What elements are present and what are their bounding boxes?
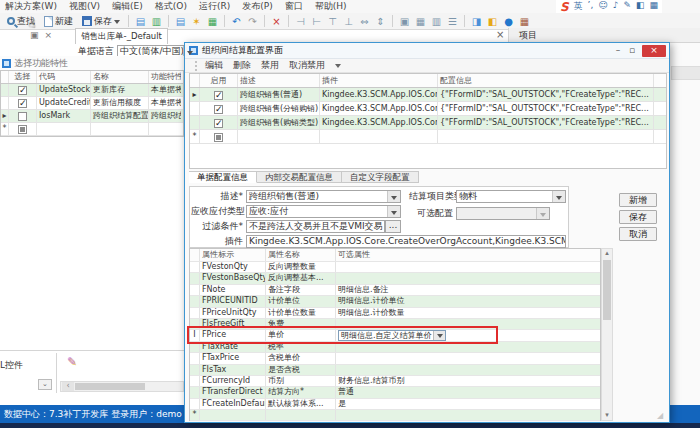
dialog-tab[interactable]: 单据配置信息 (189, 171, 257, 183)
menu-item[interactable]: 窗口 (285, 0, 303, 13)
list-view-icon[interactable]: ▥ (430, 15, 443, 28)
filter-input[interactable]: 不是跨法人交易并且不是VMI交易 (246, 220, 385, 233)
view-designer-icon[interactable]: ▤ (134, 15, 147, 28)
prop-optional-cell[interactable]: 普通 (338, 387, 354, 396)
menu-item[interactable]: 发布(P) (242, 0, 272, 13)
dialog-menu-item[interactable]: 禁用 (261, 59, 279, 72)
document-well-close-icon[interactable]: × (496, 29, 504, 40)
feature-table-row[interactable]: * (1, 123, 183, 136)
prop-optional-cell[interactable]: 明细信息.计价数量 (338, 308, 405, 317)
property-row[interactable]: * (190, 410, 600, 421)
dialog-side-button[interactable]: 取消 (619, 227, 657, 241)
layout-grid-icon[interactable]: ▦ (414, 15, 427, 28)
vertical-scrollbar[interactable]: ▴ ▾ (601, 248, 613, 421)
same-width-icon[interactable]: ⇔ (358, 15, 371, 28)
enabled-checkbox[interactable] (214, 133, 223, 142)
menu-item[interactable]: 帮助(H) (315, 0, 347, 13)
toolbox-dropdown-icon[interactable]: ⌄ (38, 379, 52, 390)
property-row[interactable]: FCreateInDefault 默认核算体系... 是 (190, 399, 600, 410)
scroll-up-icon[interactable]: ▴ (603, 249, 611, 258)
settle-type-select[interactable]: 物料 (456, 190, 566, 203)
menu-overflow-chevron-icon[interactable] (335, 64, 341, 71)
dialog-menu-item[interactable]: 删除 (233, 59, 251, 72)
align-left-icon[interactable]: ⊣ (294, 15, 307, 28)
ime-lang-icon[interactable]: 英 (574, 0, 583, 13)
align-top-icon[interactable]: ⊤ (326, 15, 339, 28)
scroll-down-icon[interactable]: ▾ (603, 411, 611, 420)
row-checkbox[interactable] (18, 99, 27, 108)
property-row[interactable]: FNote 备注字段 明细信息.备注 (190, 285, 600, 296)
prop-optional-cell[interactable]: 明细信息.计价单位 (338, 296, 405, 305)
property-row[interactable]: FTaxPrice 含税单价 (190, 353, 600, 364)
menu-item[interactable]: 解决方案(W) (5, 0, 57, 13)
save-button[interactable]: 保存 (79, 14, 123, 29)
col-header-feature[interactable]: 功能特性 (149, 71, 181, 83)
ime-handwriting-icon[interactable]: ✎ (623, 0, 631, 13)
property-row[interactable]: FVestonQty 反向调整数量 (190, 262, 600, 273)
col-header-prop-optional[interactable]: 可选属性 (336, 249, 600, 261)
minimize-button[interactable]: – (611, 45, 625, 57)
col-header-prop-name[interactable]: 属性名称 (266, 249, 336, 261)
feature-table-row[interactable]: ▸ IosMark 跨组织结算配置 跨组织结 (1, 110, 183, 123)
scrollbar-thumb[interactable] (75, 383, 145, 390)
scrollbar-thumb[interactable] (603, 260, 611, 320)
undo-icon[interactable]: ↶ (230, 15, 243, 28)
scroll-left-icon[interactable]: ‹ (62, 382, 74, 391)
new-button[interactable]: 新建 (41, 14, 76, 29)
rows-icon[interactable]: ☰ (446, 15, 459, 28)
ime-voice-icon[interactable]: ♪ (613, 0, 619, 13)
row-checkbox[interactable] (18, 112, 27, 121)
menu-item[interactable]: 格式(O) (155, 0, 187, 13)
property-row[interactable]: FPriceUnitQty 计价单位数量 明细信息.计价数量 (190, 308, 600, 319)
build-icon[interactable]: ✶ (190, 15, 203, 28)
send-to-back-icon[interactable]: ◧ (486, 15, 499, 28)
align-bottom-icon[interactable]: ⊥ (342, 15, 355, 28)
document-tab[interactable]: 销售出库单-_Default (75, 28, 168, 44)
col-header-plugin[interactable]: 插件 (320, 74, 438, 87)
pencil-icon[interactable]: ✎ (67, 355, 76, 368)
dialog-menu-item[interactable]: 取消禁用 (289, 59, 325, 72)
same-height-icon[interactable]: ⇕ (374, 15, 387, 28)
config-grid-row[interactable]: 跨组织销售(购销类型) Kingdee.K3.SCM.App.IOS.Core.… (190, 116, 666, 130)
dialog-menu-item[interactable]: 编辑 (205, 59, 223, 72)
dialog-side-button[interactable]: 新增 (619, 193, 657, 207)
dialog-tab[interactable]: 内部交易配置信息 (257, 171, 342, 183)
prop-optional-cell[interactable]: 是 (338, 399, 346, 408)
plugin-input[interactable]: Kingdee.K3.SCM.App.IOS.Core.CreateOverOr… (246, 235, 566, 248)
delete-icon[interactable]: × (270, 15, 283, 28)
project-panel-tab[interactable]: 项目 (509, 28, 700, 43)
property-row[interactable]: FIsTax 是否含税 (190, 365, 600, 376)
save-dropdown-icon[interactable] (114, 20, 120, 27)
menu-item[interactable]: 编辑(E) (112, 0, 143, 13)
config-grid-row[interactable]: * (190, 130, 666, 144)
tab-order-icon[interactable]: ▣ (398, 15, 411, 28)
ime-emoji-icon[interactable]: ☺ (598, 0, 607, 13)
enabled-checkbox[interactable] (214, 91, 223, 100)
property-row[interactable]: FPRICEUNITID 计价单位 明细信息.计价单位 (190, 296, 600, 307)
arap-select[interactable]: 应收:应付 (246, 205, 401, 218)
ime-logo-icon[interactable]: S (560, 0, 569, 14)
config-grid-row[interactable]: ▸ 跨组织销售(普通) Kingdee.K3.SCM.App.IOS.Core.… (190, 88, 666, 102)
align-right-icon[interactable]: ⊢ (310, 15, 323, 28)
property-row[interactable]: FCurrencyId 币别 财务信息.结算币别 (190, 376, 600, 387)
row-checkbox[interactable] (18, 86, 27, 95)
bring-to-front-icon[interactable]: ◨ (470, 15, 483, 28)
lock-controls-icon[interactable]: ● (502, 15, 515, 28)
enabled-checkbox[interactable] (214, 105, 223, 114)
feature-table-row[interactable]: UpdateCreditA... 更新信用额度 本单据将 (1, 97, 183, 110)
prop-optional-cell[interactable]: 财务信息.结算币别 (338, 376, 405, 385)
filter-browse-button[interactable]: ... (385, 220, 401, 233)
col-header-prop-id[interactable]: 属性标示 (200, 249, 266, 261)
ime-keyboard-icon[interactable]: ▦ (649, 0, 658, 13)
horizontal-scrollbar[interactable]: ‹ (60, 381, 184, 392)
ime-punctuation-icon[interactable]: ’, (588, 0, 594, 13)
col-header-name[interactable]: 名称 (91, 71, 149, 83)
view-metadata-icon[interactable]: ▥ (150, 15, 163, 28)
close-panel-icon[interactable]: × (45, 30, 53, 40)
snap-grid-icon[interactable]: ▦ (518, 15, 531, 28)
col-header-code[interactable]: 代码 (37, 71, 91, 83)
prop-optional-cell[interactable]: 明细信息.备注 (338, 285, 389, 294)
refresh-icon[interactable]: ▦ (206, 15, 219, 28)
col-header-enabled[interactable]: 启用 (200, 74, 238, 87)
menu-item[interactable]: 运行(R) (199, 0, 230, 13)
